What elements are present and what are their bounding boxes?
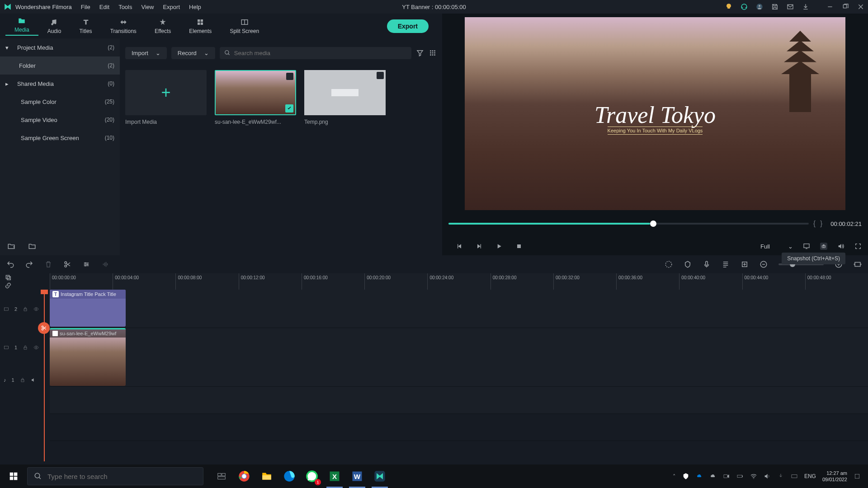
voiceover-icon[interactable] (703, 260, 711, 268)
wifi-icon[interactable] (750, 473, 757, 480)
render-icon[interactable] (665, 260, 673, 268)
progress-handle[interactable] (650, 221, 656, 227)
maximize-icon[interactable] (842, 3, 849, 10)
zoom-fit-icon[interactable] (854, 260, 862, 268)
track-row-video[interactable]: su-san-lee-E_eWwM29wf (50, 328, 868, 387)
record-dropdown[interactable]: Record ⌄ (171, 47, 215, 59)
sidebar-item-sample-color[interactable]: ▸ Sample Color (25) (0, 93, 120, 111)
security-icon[interactable] (682, 473, 689, 480)
grid-view-icon[interactable] (429, 49, 437, 57)
keyboard-icon[interactable] (791, 473, 798, 480)
menu-tools[interactable]: Tools (118, 4, 132, 10)
tab-elements[interactable]: Elements (180, 18, 221, 34)
clip-title[interactable]: T Instagram Title Pack Title (50, 290, 126, 327)
clip-video[interactable]: su-san-lee-E_eWwM29wf (50, 328, 126, 386)
lock-icon[interactable] (20, 377, 25, 383)
new-folder-icon[interactable] (7, 242, 15, 250)
edge-icon[interactable] (279, 466, 299, 486)
track-row-empty[interactable] (50, 414, 868, 441)
menu-file[interactable]: File (81, 4, 90, 10)
sidebar-item-sample-green-screen[interactable]: ▸ Sample Green Screen (10) (0, 129, 120, 147)
notifications-icon[interactable] (854, 473, 861, 480)
export-button[interactable]: Export (387, 19, 429, 33)
playhead-line[interactable] (44, 290, 45, 461)
sidebar-item-project-media[interactable]: ▾ Project Media (2) (0, 38, 120, 56)
whatsapp-icon[interactable]: 1 (302, 466, 322, 486)
menu-edit[interactable]: Edit (99, 4, 109, 10)
fullscreen-icon[interactable] (854, 243, 862, 250)
download-icon[interactable] (802, 3, 809, 10)
filmora-taskbar-icon[interactable] (370, 466, 390, 486)
close-icon[interactable] (857, 3, 864, 10)
sidebar-item-shared-media[interactable]: ▸ Shared Media (0) (0, 75, 120, 93)
speaker-icon[interactable] (31, 377, 36, 383)
tab-split-screen[interactable]: Split Screen (221, 18, 268, 34)
filter-icon[interactable] (416, 49, 424, 57)
prev-frame-icon[interactable] (456, 243, 463, 250)
tab-transitions[interactable]: Transitions (101, 18, 146, 34)
media-item-image[interactable]: su-san-lee-E_eWwM29wf... (215, 70, 296, 125)
volume-icon[interactable] (837, 243, 844, 250)
quality-dropdown[interactable]: Full ⌄ (760, 243, 793, 250)
marker-icon[interactable] (684, 260, 692, 268)
snapshot-icon[interactable] (820, 243, 827, 250)
save-icon[interactable] (771, 3, 778, 10)
add-marker-icon[interactable] (741, 260, 749, 268)
progress-track[interactable] (448, 223, 809, 225)
menu-help[interactable]: Help (189, 4, 201, 10)
eye-icon[interactable] (33, 345, 39, 350)
battery-icon[interactable] (736, 473, 744, 480)
account-icon[interactable] (756, 3, 763, 10)
meet-now-icon[interactable] (723, 473, 730, 480)
tips-icon[interactable] (725, 3, 732, 10)
play-icon[interactable] (495, 243, 503, 250)
next-frame-icon[interactable] (476, 243, 483, 250)
delete-icon[interactable] (44, 260, 52, 268)
duplicate-icon[interactable] (5, 274, 12, 281)
cloud-icon[interactable] (709, 473, 717, 480)
tab-audio[interactable]: Audio (38, 18, 71, 34)
audio-edit-icon[interactable] (101, 260, 109, 268)
word-icon[interactable]: W (347, 466, 367, 486)
lock-icon[interactable] (23, 345, 28, 350)
clock[interactable]: 12:27 am 09/01/2022 (822, 470, 847, 483)
playhead-head[interactable] (41, 290, 48, 294)
eye-icon[interactable] (33, 306, 39, 312)
stop-icon[interactable] (515, 243, 523, 250)
mark-in-icon[interactable]: { (813, 220, 816, 228)
tab-titles[interactable]: Titles (70, 18, 101, 34)
language-indicator[interactable]: ENG (804, 473, 816, 479)
redo-icon[interactable] (25, 260, 33, 268)
tray-expand-icon[interactable]: ˄ (673, 473, 676, 480)
import-dropdown[interactable]: Import ⌄ (125, 47, 167, 59)
link-icon[interactable] (5, 282, 12, 289)
menu-export[interactable]: Export (163, 4, 180, 10)
minimize-icon[interactable] (826, 3, 834, 10)
lock-icon[interactable] (23, 306, 28, 312)
excel-icon[interactable]: X (325, 466, 344, 486)
file-explorer-icon[interactable] (257, 466, 277, 486)
taskbar-search[interactable] (27, 467, 203, 485)
sound-icon[interactable] (764, 473, 771, 480)
adjust-icon[interactable] (82, 260, 90, 268)
track-row-audio[interactable] (50, 387, 868, 414)
input-icon[interactable] (777, 473, 784, 480)
tab-effects[interactable]: Effects (146, 18, 180, 34)
undo-icon[interactable] (6, 260, 14, 268)
playhead-scissors-icon[interactable] (38, 322, 50, 334)
onedrive-icon[interactable] (696, 473, 703, 480)
start-button[interactable] (2, 465, 25, 488)
timeline-ruler[interactable]: 00:00:00:00 00:00:04:00 00:00:08:00 00:0… (50, 273, 868, 290)
folder-open-icon[interactable] (28, 242, 36, 250)
zoom-out-icon[interactable] (760, 260, 768, 268)
chrome-icon[interactable] (234, 466, 254, 486)
mail-icon[interactable] (787, 3, 794, 10)
menu-view[interactable]: View (141, 4, 154, 10)
media-import-tile[interactable]: + Import Media (125, 70, 207, 125)
mark-out-icon[interactable]: } (820, 220, 822, 228)
media-item-temp[interactable]: Temp.png (304, 70, 386, 125)
sidebar-item-sample-video[interactable]: ▸ Sample Video (20) (0, 111, 120, 129)
support-icon[interactable] (741, 3, 748, 10)
sidebar-item-folder[interactable]: Folder (2) (0, 56, 120, 75)
display-icon[interactable] (803, 243, 810, 250)
